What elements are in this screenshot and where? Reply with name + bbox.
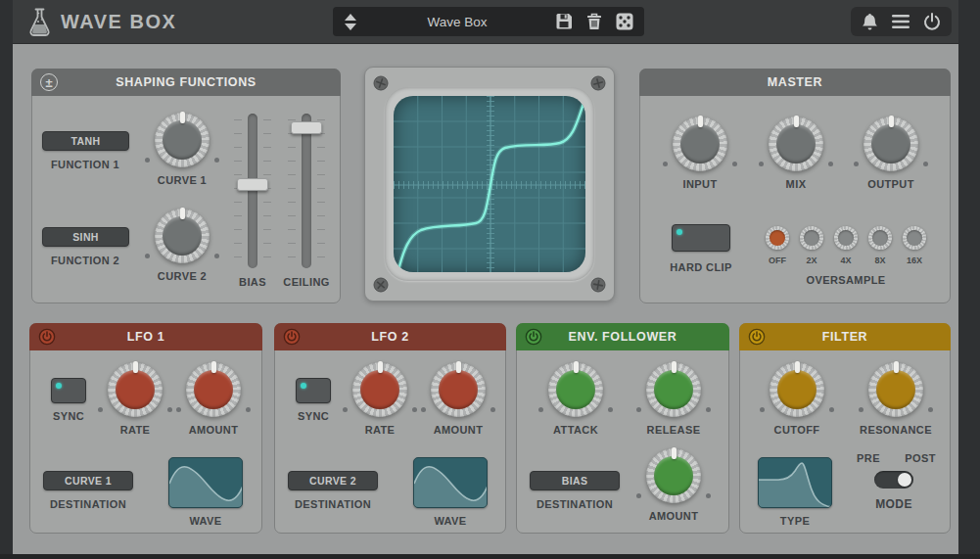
lfo2-wave-label: WAVE	[434, 515, 466, 527]
oversample-off-label: OFF	[769, 256, 786, 265]
lfo2-sync-label: SYNC	[298, 410, 329, 422]
oversample-4x-button[interactable]	[834, 226, 858, 250]
save-preset-button[interactable]	[554, 12, 574, 31]
lfo1-wave-display[interactable]	[168, 457, 243, 508]
oversample-8x-button[interactable]	[868, 226, 892, 250]
lfo2-amount-knob[interactable]	[431, 362, 486, 417]
bypass-button[interactable]	[922, 12, 942, 31]
oversample-8x-label: 8X	[874, 256, 885, 265]
toggle-knob	[898, 473, 911, 487]
lfo2-destination-button[interactable]: CURVE 2	[288, 471, 378, 490]
knob-indicator	[378, 361, 383, 373]
env-destination-label: DESTINATION	[537, 498, 613, 510]
lfo2-power-button[interactable]	[283, 328, 301, 346]
cutoff-knob[interactable]	[770, 362, 824, 417]
lfo2-panel: LFO 2 SYNC RATE AMOUNT CURVE 2 DESTINATI…	[274, 323, 506, 534]
lfo2-wave-display[interactable]	[413, 457, 488, 508]
function2-selector-button[interactable]: SINH	[42, 227, 129, 247]
curve2-label: CURVE 2	[158, 270, 207, 282]
env-amount-knob[interactable]	[646, 448, 701, 503]
lfo1-sync-button[interactable]	[51, 378, 86, 403]
preset-down-arrow-icon[interactable]	[345, 23, 356, 30]
hard-clip-button[interactable]	[672, 224, 730, 252]
window-controls	[851, 7, 952, 36]
output-label: OUTPUT	[867, 178, 914, 190]
lfo1-header: LFO 1	[29, 323, 262, 350]
lfo1-sync-led	[56, 383, 62, 389]
ceiling-slider-handle[interactable]	[291, 121, 322, 134]
preset-name[interactable]: Wave Box	[360, 15, 554, 29]
plugin-window: WAVE BOX Wave Box	[13, 0, 958, 554]
preset-spinner[interactable]	[341, 12, 360, 32]
env-destination-button[interactable]: BIAS	[530, 471, 620, 490]
lfo1-rate-label: RATE	[120, 424, 151, 436]
filter-mode-toggle[interactable]	[874, 471, 913, 489]
function2-label: FUNCTION 2	[51, 255, 119, 266]
lfo1-destination-button[interactable]: CURVE 1	[43, 471, 133, 490]
lfo1-wave-label: WAVE	[189, 515, 221, 527]
filter-power-button[interactable]	[748, 328, 766, 346]
env-follower-panel: ENV. FOLLOWER ATTACK RELEASE BIAS DESTIN…	[516, 323, 729, 534]
oversample-4x-label: 4X	[840, 256, 851, 265]
release-label: RELEASE	[647, 424, 701, 436]
knob-indicator	[180, 208, 185, 219]
master-panel: MASTER INPUT MIX OUTPUT HARD	[639, 69, 951, 303]
sine-wave-icon	[414, 458, 488, 508]
oversample-2x-label: 2X	[806, 256, 817, 265]
filter-header: FILTER	[739, 323, 951, 350]
function1-label: FUNCTION 1	[51, 159, 119, 170]
ceiling-slider[interactable]	[285, 114, 328, 268]
lfo2-rate-knob[interactable]	[352, 362, 407, 417]
filter-panel: FILTER CUTOFF RESONANCE TYPE PRE POST	[739, 323, 951, 534]
input-knob[interactable]	[673, 116, 727, 171]
notifications-button[interactable]	[861, 12, 879, 31]
menu-button[interactable]	[891, 14, 910, 29]
curve2-knob[interactable]	[155, 209, 210, 263]
lfo2-header: LFO 2	[274, 323, 506, 350]
lfo1-amount-knob[interactable]	[186, 362, 241, 417]
waveshape-scope	[364, 67, 615, 302]
release-knob[interactable]	[646, 362, 701, 417]
function1-selector-button[interactable]: TANH	[42, 131, 129, 151]
dice-icon	[615, 12, 634, 31]
bias-slider[interactable]	[231, 114, 274, 268]
mode-label: MODE	[875, 497, 912, 511]
knob-indicator	[795, 361, 800, 373]
title-bar: WAVE BOX Wave Box	[13, 0, 958, 44]
filter-type-display[interactable]	[758, 457, 832, 508]
lfo2-sync-button[interactable]	[296, 378, 331, 403]
mix-knob[interactable]	[769, 116, 823, 171]
window-bottom-edge	[0, 554, 980, 559]
lfo1-power-button[interactable]	[38, 328, 56, 346]
curve1-knob[interactable]	[155, 113, 210, 167]
ceiling-label: CEILING	[283, 276, 329, 288]
master-header: MASTER	[639, 69, 951, 96]
bias-label: BIAS	[239, 276, 266, 288]
crt-screen	[394, 96, 585, 272]
output-knob[interactable]	[863, 116, 918, 171]
resonance-knob[interactable]	[868, 362, 923, 417]
lfo1-destination-label: DESTINATION	[50, 498, 126, 510]
bias-slider-handle[interactable]	[237, 178, 268, 191]
flask-icon	[26, 7, 53, 37]
screw-icon	[373, 75, 389, 91]
hard-clip-led	[677, 229, 682, 235]
crt-bezel	[385, 87, 594, 281]
bell-icon	[861, 12, 879, 31]
attack-knob[interactable]	[548, 362, 603, 417]
knob-indicator	[672, 447, 677, 459]
delete-preset-button[interactable]	[585, 12, 603, 31]
oversample-2x-button[interactable]	[800, 226, 823, 250]
filter-type-label: TYPE	[780, 515, 810, 527]
lfo1-rate-knob[interactable]	[108, 362, 163, 417]
knob-indicator	[889, 116, 894, 127]
preset-up-arrow-icon[interactable]	[345, 14, 356, 21]
oversample-off-button[interactable]	[766, 226, 789, 250]
oversample-16x-button[interactable]	[903, 226, 926, 250]
knob-indicator	[180, 112, 185, 123]
randomize-preset-button[interactable]	[615, 12, 634, 31]
oversample-16x-label: 16X	[907, 256, 922, 265]
knob-indicator	[211, 361, 216, 373]
lfo2-rate-label: RATE	[365, 424, 396, 436]
env-follower-power-button[interactable]	[525, 328, 542, 346]
